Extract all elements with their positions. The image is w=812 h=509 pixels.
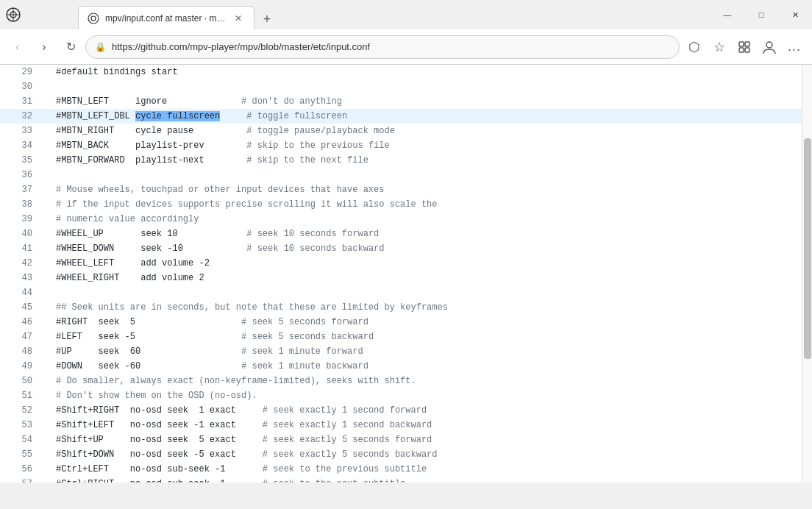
code-line: 55#Shift+DOWN no-osd seek -5 exact # see… [0,447,802,462]
line-number: 37 [0,182,44,197]
maximize-button[interactable]: □ [744,0,778,29]
line-number: 41 [0,241,44,256]
line-content: #MBTN_BACK playlist-prev # skip to the p… [44,138,802,153]
line-content: # if the input devices supports precise … [44,197,802,212]
line-number: 30 [0,79,44,94]
code-scroll[interactable]: 29#default bindings start3031#MBTN_LEFT … [0,65,802,483]
code-line: 36 [0,168,802,182]
line-number: 47 [0,330,44,344]
svg-point-5 [91,16,96,21]
code-line: 34#MBTN_BACK playlist-prev # skip to the… [0,138,802,153]
code-line: 30 [0,79,802,94]
tab-favicon [88,13,99,24]
code-line: 38# if the input devices supports precis… [0,197,802,212]
line-number: 29 [0,65,44,79]
lock-icon: 🔒 [95,42,106,52]
code-line: 42#WHEEL_LEFT add volume -2 [0,256,802,271]
line-content: #WHEEL_LEFT add volume -2 [44,256,802,271]
code-line: 31#MBTN_LEFT ignore # don't do anything [0,94,802,109]
address-bar[interactable]: 🔒 https://github.com/mpv-player/mpv/blob… [85,35,680,59]
line-content: #UP seek 60 # seek 1 minute forward [44,344,802,359]
line-number: 48 [0,344,44,359]
code-line: 40#WHEEL_UP seek 10 # seek 10 seconds fo… [0,227,802,241]
new-tab-button[interactable]: + [254,9,279,29]
code-line: 41#WHEEL_DOWN seek -10 # seek 10 seconds… [0,241,802,256]
nav-actions: ⬡ ☆ ... [683,35,806,59]
code-line: 49#DOWN seek -60 # seek 1 minute backwar… [0,359,802,374]
code-line: 29#default bindings start [0,65,802,79]
code-line: 57#Ctrl+RIGHT no-osd sub-seek 1 # seek t… [0,477,802,483]
line-number: 50 [0,374,44,388]
close-button[interactable]: ✕ [778,0,812,29]
profile-collections-button[interactable] [733,35,756,59]
profile-button[interactable] [758,35,781,59]
line-number: 53 [0,418,44,433]
line-content: #Shift+RIGHT no-osd seek 1 exact # seek … [44,403,802,418]
line-number: 44 [0,285,44,300]
line-content: #Ctrl+RIGHT no-osd sub-seek 1 # seek to … [44,477,802,483]
scrollbar-track[interactable] [802,65,812,483]
line-number: 43 [0,271,44,285]
code-line: 45## Seek units are in seconds, but note… [0,300,802,315]
code-line: 43#WHEEL_RIGHT add volume 2 [0,271,802,285]
code-line: 37# Mouse wheels, touchpad or other inpu… [0,182,802,197]
minimize-button[interactable]: — [710,0,744,29]
code-line: 46#RIGHT seek 5 # seek 5 seconds forward [0,315,802,330]
extensions-button[interactable]: ⬡ [683,35,706,59]
line-number: 38 [0,197,44,212]
line-content: # Don't show them on the OSD (no-osd). [44,388,802,403]
nav-bar: ‹ › ↻ 🔒 https://github.com/mpv-player/mp… [0,29,812,65]
line-number: 40 [0,227,44,241]
line-content: # Mouse wheels, touchpad or other input … [44,182,802,197]
tab-main[interactable]: mpv/input.conf at master · mpv- ✕ [78,6,254,29]
window-controls: — □ ✕ [710,0,812,29]
code-line: 50# Do smaller, always exact (non-keyfra… [0,374,802,388]
code-line: 53#Shift+LEFT no-osd seek -1 exact # see… [0,418,802,433]
line-number: 32 [0,109,44,124]
menu-button[interactable]: ... [783,35,806,59]
line-content: #DOWN seek -60 # seek 1 minute backward [44,359,802,374]
forward-button[interactable]: › [32,35,56,59]
content-area: 29#default bindings start3031#MBTN_LEFT … [0,65,812,483]
line-number: 36 [0,168,44,182]
line-number: 56 [0,462,44,477]
line-content: #Shift+LEFT no-osd seek -1 exact # seek … [44,418,802,433]
line-content: #WHEEL_RIGHT add volume 2 [44,271,802,285]
svg-rect-9 [745,48,749,52]
line-number: 42 [0,256,44,271]
line-number: 35 [0,153,44,168]
line-number: 57 [0,477,44,483]
code-line: 39# numeric value accordingly [0,212,802,227]
line-content: #Shift+UP no-osd seek 5 exact # seek exa… [44,433,802,447]
code-line: 44 [0,285,802,300]
back-button[interactable]: ‹ [6,35,29,59]
browser-icon [6,7,21,22]
url-text: https://github.com/mpv-player/mpv/blob/m… [112,41,670,52]
svg-rect-8 [739,48,744,52]
favorites-button[interactable]: ☆ [708,35,731,59]
code-line: 52#Shift+RIGHT no-osd seek 1 exact # see… [0,403,802,418]
line-number: 54 [0,433,44,447]
tab-close-button[interactable]: ✕ [232,12,245,25]
code-line: 47#LEFT seek -5 # seek 5 seconds backwar… [0,330,802,344]
code-line: 32#MBTN_LEFT_DBL cycle fullscreen # togg… [0,109,802,124]
scrollbar-thumb[interactable] [804,138,811,359]
line-content [44,168,802,182]
tab-label: mpv/input.conf at master · mpv- [105,13,226,24]
line-number: 49 [0,359,44,374]
code-line: 54#Shift+UP no-osd seek 5 exact # seek e… [0,433,802,447]
line-content: #MBTN_FORWARD playlist-next # skip to th… [44,153,802,168]
line-content [44,79,802,94]
svg-point-4 [88,13,99,24]
line-content: #WHEEL_DOWN seek -10 # seek 10 seconds b… [44,241,802,256]
refresh-button[interactable]: ↻ [59,35,82,59]
code-line: 33#MBTN_RIGHT cycle pause # toggle pause… [0,124,802,138]
line-number: 45 [0,300,44,315]
line-content: # Do smaller, always exact (non-keyframe… [44,374,802,388]
line-number: 51 [0,388,44,403]
code-container: 29#default bindings start3031#MBTN_LEFT … [0,65,802,483]
svg-rect-6 [739,42,744,46]
line-content: #WHEEL_UP seek 10 # seek 10 seconds forw… [44,227,802,241]
svg-rect-7 [745,42,749,46]
line-number: 34 [0,138,44,153]
